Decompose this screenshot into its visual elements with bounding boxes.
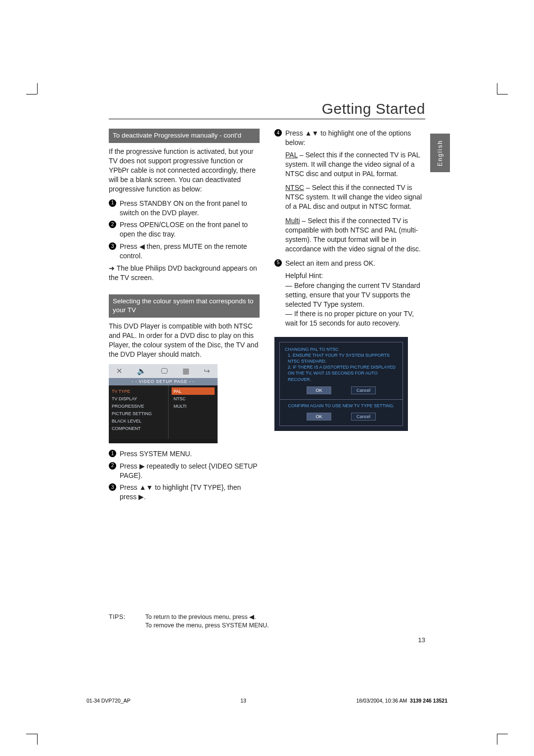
step-number-icon: 3 bbox=[109, 483, 116, 491]
def-text: – Select this if the connected TV is com… bbox=[285, 217, 421, 253]
confirm-text: CHANGING PAL TO NTSC 1. ENSURE THAT YOUR… bbox=[280, 342, 402, 383]
step-text: Press ▶ repeatedly to select {VIDEO SETU… bbox=[120, 462, 257, 479]
page-title: Getting Started bbox=[322, 99, 425, 119]
helpful-hint-line: — If there is no proper picture on your … bbox=[285, 309, 425, 328]
step-text: Press ◀ then, press MUTE on the remote c… bbox=[120, 242, 247, 260]
language-tab: English bbox=[430, 134, 450, 172]
def-text: – Select this if the connected TV is PAL… bbox=[285, 151, 420, 178]
step: 1Press STANDBY ON on the front panel to … bbox=[109, 199, 260, 218]
ok-button[interactable]: OK bbox=[307, 413, 331, 421]
section-heading: Selecting the colour system that corresp… bbox=[109, 294, 260, 318]
def-text: – Select this if the connected TV is NTS… bbox=[285, 184, 422, 210]
step-text: Press SYSTEM MENU. bbox=[120, 450, 192, 458]
osd-option: MULTI bbox=[172, 403, 215, 410]
term: Multi bbox=[285, 217, 300, 225]
step: 2Press ▶ repeatedly to select {VIDEO SET… bbox=[109, 462, 260, 480]
cancel-button[interactable]: Cancel bbox=[351, 413, 376, 421]
confirm-line: 1. ENSURE THAT YOUR TV SYSTEM SUPPORTS N… bbox=[285, 352, 398, 364]
step-text: Press OPEN/CLOSE on the front panel to o… bbox=[120, 221, 248, 238]
step: 3Press ◀ then, press MUTE on the remote … bbox=[109, 242, 260, 261]
audio-icon: 🔈 bbox=[137, 366, 146, 376]
video-icon: 🖵 bbox=[161, 366, 168, 376]
osd-menu: TV TYPE TV DISPLAY PROGRESSIVE PICTURE S… bbox=[109, 385, 169, 439]
tips-label: TIPS: bbox=[109, 613, 126, 630]
left-column: To deactivate Progressive manually - con… bbox=[109, 129, 260, 608]
helpful-hint-heading: Helpful Hint: bbox=[285, 271, 425, 281]
highlight-option-step: 4Press ▲▼ to highlight one of the option… bbox=[274, 129, 425, 147]
footer-doc-code: 01-34 DVP720_AP bbox=[87, 697, 131, 704]
osd-options: PAL NTSC MULTI bbox=[169, 385, 218, 439]
osd-menu-item: PICTURE SETTING bbox=[112, 410, 165, 418]
osd-menu-item: BLACK LEVEL bbox=[112, 418, 165, 425]
footer-datetime: 18/03/2004, 10:36 AM bbox=[356, 698, 407, 704]
step: 5Select an item and press OK. bbox=[274, 259, 425, 268]
tips-row: TIPS: To return to the previous menu, pr… bbox=[109, 613, 425, 630]
step-number-icon: 2 bbox=[109, 221, 116, 228]
step: 3Press ▲▼ to highlight {TV TYPE}, then p… bbox=[109, 483, 260, 502]
step: 2Press OPEN/CLOSE on the front panel to … bbox=[109, 220, 260, 239]
deactivate-steps: 1Press STANDBY ON on the front panel to … bbox=[109, 199, 260, 261]
helpful-hint-line: — Before changing the current TV Standar… bbox=[285, 281, 425, 309]
confirm-line: 2. IF THERE IS A DISTORTED PICTURE DISPL… bbox=[285, 364, 398, 382]
osd-option: NTSC bbox=[172, 395, 215, 402]
section-heading: To deactivate Progressive manually - con… bbox=[109, 129, 260, 143]
grid-icon: ▦ bbox=[182, 366, 189, 376]
step-number-icon: 4 bbox=[274, 129, 282, 137]
cancel-button[interactable]: Cancel bbox=[351, 386, 376, 394]
term: PAL bbox=[285, 151, 298, 159]
select-item-step: 5Select an item and press OK. bbox=[274, 259, 425, 268]
step-text: Press ▲▼ to highlight {TV TYPE}, then pr… bbox=[120, 483, 241, 501]
step-text: Press STANDBY ON on the front panel to s… bbox=[120, 199, 247, 217]
osd-option-selected: PAL bbox=[172, 387, 215, 395]
step: 1Press SYSTEM MENU. bbox=[109, 449, 260, 459]
intro-text: If the progressive function is activated… bbox=[109, 147, 260, 193]
confirm-title: CHANGING PAL TO NTSC bbox=[285, 346, 398, 352]
step-text: Press ▲▼ to highlight one of the options… bbox=[285, 129, 411, 146]
manual-page: Getting Started English To deactivate Pr… bbox=[0, 0, 534, 756]
step-number-icon: 3 bbox=[109, 242, 116, 250]
footer-part-number: 3139 246 13521 bbox=[410, 698, 447, 704]
video-setup-osd: ✕ 🔈 🖵 ▦ ↪ - - VIDEO SETUP PAGE - - TV TY… bbox=[109, 364, 218, 443]
step-number-icon: 5 bbox=[274, 259, 282, 267]
confirm-dialog: CHANGING PAL TO NTSC 1. ENSURE THAT YOUR… bbox=[274, 337, 408, 431]
tips-line: To return to the previous menu, press ◀. bbox=[145, 613, 269, 621]
definition-pal: PAL – Select this if the connected TV is… bbox=[285, 150, 425, 179]
confirm-text: CONFIRM AGAIN TO USE NEW TV TYPE SETTING… bbox=[280, 400, 402, 410]
select-colour-steps: 1Press SYSTEM MENU. 2Press ▶ repeatedly … bbox=[109, 449, 260, 502]
ok-button[interactable]: OK bbox=[307, 386, 331, 394]
osd-menu-item: COMPONENT bbox=[112, 425, 165, 432]
osd-menu-item: TV DISPLAY bbox=[112, 395, 165, 402]
tips-line: To remove the menu, press SYSTEM MENU. bbox=[145, 621, 269, 630]
footer-page: 13 bbox=[240, 697, 246, 704]
tools-icon: ✕ bbox=[116, 366, 123, 376]
step-number-icon: 2 bbox=[109, 462, 116, 470]
intro-text: This DVD Player is compatible with both … bbox=[109, 322, 260, 359]
osd-title-bar: - - VIDEO SETUP PAGE - - bbox=[109, 378, 218, 385]
definition-ntsc: NTSC – Select this if the connected TV i… bbox=[285, 183, 425, 211]
page-number: 13 bbox=[418, 636, 425, 645]
term: NTSC bbox=[285, 184, 304, 191]
definition-multi: Multi – Select this if the connected TV … bbox=[285, 216, 425, 254]
exit-icon: ↪ bbox=[204, 366, 210, 376]
print-footer: 01-34 DVP720_AP 13 18/03/2004, 10:36 AM … bbox=[87, 697, 447, 704]
step-result: ➜ The blue Philips DVD background appear… bbox=[109, 264, 260, 283]
osd-menu-item: TV TYPE bbox=[112, 387, 165, 395]
step-number-icon: 1 bbox=[109, 199, 116, 207]
step: 4Press ▲▼ to highlight one of the option… bbox=[274, 129, 425, 147]
step-text: Select an item and press OK. bbox=[285, 259, 375, 267]
step-number-icon: 1 bbox=[109, 450, 116, 457]
osd-menu-item: PROGRESSIVE bbox=[112, 403, 165, 410]
right-column: 4Press ▲▼ to highlight one of the option… bbox=[274, 129, 425, 608]
osd-tabs: ✕ 🔈 🖵 ▦ ↪ bbox=[109, 364, 218, 378]
